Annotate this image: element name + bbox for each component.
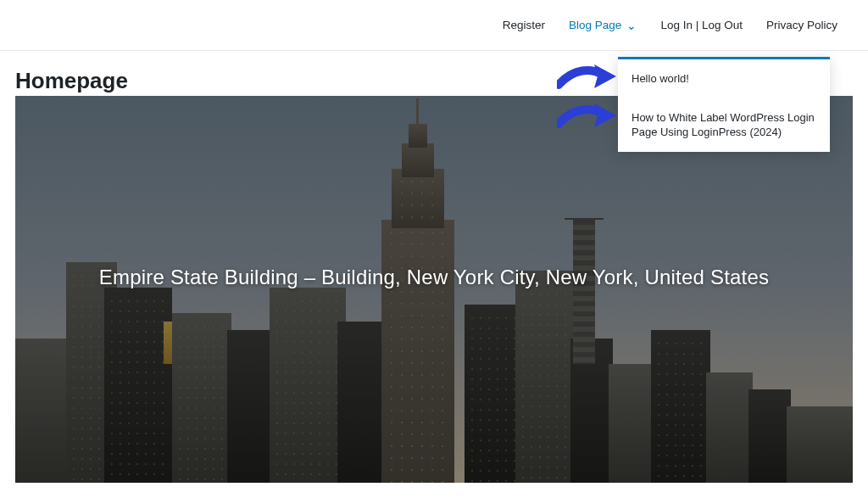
nav-register[interactable]: Register xyxy=(491,19,557,31)
submenu-item-label: How to White Label WordPress Login Page … xyxy=(632,111,815,139)
nav-blog-page[interactable]: Blog Page ⌄ xyxy=(557,19,648,32)
top-nav: Register Blog Page ⌄ Log In | Log Out Pr… xyxy=(0,0,868,51)
hero-title: Empire State Building – Building, New Yo… xyxy=(15,266,853,289)
nav-login-logout[interactable]: Log In | Log Out xyxy=(648,19,754,31)
annotation-arrow-icon xyxy=(557,61,616,95)
nav-label: Register xyxy=(503,19,545,31)
annotation-arrow-icon xyxy=(557,100,616,134)
nav-label: Blog Page xyxy=(569,19,621,31)
nav-privacy-policy[interactable]: Privacy Policy xyxy=(754,19,849,31)
submenu-item-white-label[interactable]: How to White Label WordPress Login Page … xyxy=(618,98,830,152)
blog-page-submenu: Hello world! How to White Label WordPres… xyxy=(618,57,830,152)
nav-label: Privacy Policy xyxy=(766,19,837,31)
submenu-item-hello-world[interactable]: Hello world! xyxy=(618,59,830,98)
chevron-down-icon: ⌄ xyxy=(626,19,637,32)
hero-banner: Empire State Building – Building, New Yo… xyxy=(15,96,853,483)
nav-label: Log In | Log Out xyxy=(660,19,743,31)
hero-image xyxy=(15,96,853,483)
submenu-item-label: Hello world! xyxy=(632,72,689,85)
